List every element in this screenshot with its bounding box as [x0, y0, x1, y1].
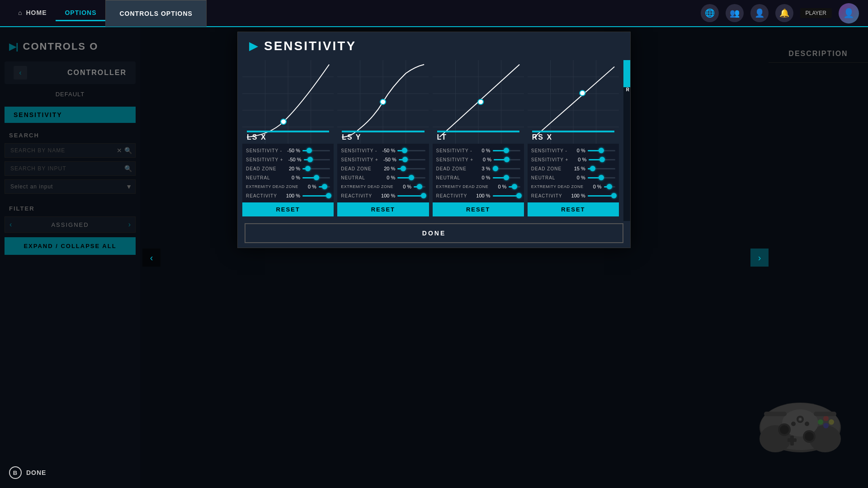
- rs-x-neutral-row: NEUTRAL 0 %: [528, 173, 619, 182]
- lt-dead-zone-value: 3 %: [475, 166, 491, 171]
- graph-rs-x-bar: [532, 131, 614, 132]
- rs-x-sens-minus-value: 0 %: [570, 148, 585, 153]
- graph-ls-y: LS Y: [337, 60, 429, 144]
- ls-y-sens-minus-label: SENSITIVITY -: [341, 148, 377, 153]
- lt-sensitivity-minus-row: SENSITIVITY - 0 %: [433, 146, 524, 155]
- modal-done-btn[interactable]: DONE: [245, 223, 623, 243]
- ls-x-extremity-row: EXTREMITY DEAD ZONE 0 %: [242, 182, 334, 191]
- profile-icon-btn[interactable]: 👤: [750, 4, 769, 22]
- rs-x-reactivity-value: 100 %: [570, 193, 585, 198]
- ls-x-neutral-slider[interactable]: [302, 174, 330, 181]
- lt-neutral-slider[interactable]: [493, 174, 520, 181]
- graph-rs-x: RS X: [528, 60, 619, 144]
- rs-x-sens-plus-value: 0 %: [571, 157, 586, 162]
- ls-x-sens-plus-value: -50 %: [286, 157, 302, 162]
- main-layout: ▶| CONTROLS O ‹ CONTROLLER DEFAULT SENSI…: [0, 27, 868, 488]
- controls-options-label: CONTROLS OPTIONS: [119, 10, 192, 17]
- ls-y-extremity-label: EXTREMITY DEAD ZONE: [341, 184, 393, 189]
- lt-dead-zone-label: DEAD ZONE: [436, 166, 472, 171]
- ls-x-dead-zone-label: DEAD ZONE: [246, 166, 282, 171]
- graph-ls-x: LS X: [242, 60, 334, 144]
- nav-arrow-right[interactable]: ›: [750, 249, 769, 267]
- ls-y-sensitivity-minus-row: SENSITIVITY - -50 %: [337, 146, 429, 155]
- ls-x-sens-minus-slider[interactable]: [302, 147, 330, 154]
- graph-ls-y-label: LS Y: [342, 133, 361, 141]
- rs-x-sens-plus-slider[interactable]: [589, 156, 615, 163]
- rs-x-neutral-slider[interactable]: [588, 174, 615, 181]
- bottom-done-section: B DONE: [9, 466, 46, 479]
- rs-x-dead-zone-label: DEAD ZONE: [531, 166, 567, 171]
- ls-y-neutral-slider[interactable]: [397, 174, 425, 181]
- ls-x-sens-minus-label: SENSITIVITY -: [246, 148, 282, 153]
- svg-point-53: [580, 90, 585, 96]
- ls-y-dead-zone-slider[interactable]: [397, 165, 425, 172]
- ls-y-neutral-row: NEUTRAL 0 %: [337, 173, 429, 182]
- rs-x-dead-zone-value: 15 %: [570, 166, 585, 171]
- rs-x-extremity-slider[interactable]: [604, 183, 615, 190]
- ls-x-sens-plus-slider[interactable]: [304, 156, 330, 163]
- ls-y-sens-plus-value: -50 %: [381, 157, 396, 162]
- reset-ls-y-btn[interactable]: RESET: [337, 202, 429, 216]
- rs-x-neutral-value: 0 %: [570, 175, 585, 180]
- ls-x-neutral-value: 0 %: [284, 175, 300, 180]
- lt-reactivity-slider[interactable]: [493, 192, 520, 199]
- svg-point-29: [281, 119, 286, 124]
- lt-dead-zone-row: DEAD ZONE 3 %: [433, 164, 524, 173]
- lt-neutral-label: NEUTRAL: [436, 175, 472, 180]
- rs-x-dead-zone-row: DEAD ZONE 15 %: [528, 164, 619, 173]
- friends-icon-btn[interactable]: 👥: [726, 4, 744, 22]
- lt-sens-plus-value: 0 %: [476, 157, 491, 162]
- options-button[interactable]: OPTIONS: [56, 5, 105, 21]
- rs-x-reactivity-row: REACTIVITY 100 %: [528, 191, 619, 200]
- ls-x-extremity-slider[interactable]: [319, 183, 330, 190]
- graph-lt-label: LT: [437, 133, 447, 141]
- reset-ls-x-btn[interactable]: RESET: [242, 202, 334, 216]
- rs-x-sens-plus-label: SENSITIVITY +: [531, 157, 569, 162]
- rs-x-sensitivity-minus-row: SENSITIVITY - 0 %: [528, 146, 619, 155]
- ls-y-extremity-row: EXTREMITY DEAD ZONE 0 %: [337, 182, 429, 191]
- reset-rs-x-btn[interactable]: RESET: [528, 202, 619, 216]
- ls-y-neutral-value: 0 %: [379, 175, 395, 180]
- graph-lt-bar: [437, 131, 519, 132]
- ls-y-neutral-label: NEUTRAL: [341, 175, 377, 180]
- ls-y-sensitivity-plus-row: SENSITIVITY + -50 %: [337, 155, 429, 164]
- reset-lt-btn[interactable]: RESET: [433, 202, 524, 216]
- ls-x-reactivity-slider[interactable]: [302, 192, 330, 199]
- avatar-icon: 👤: [843, 8, 854, 19]
- ls-y-reactivity-slider[interactable]: [397, 192, 425, 199]
- col-ls-x: LS X SENSITIVITY - -50 %: [242, 60, 334, 216]
- ls-x-extremity-label: EXTREMITY DEAD ZONE: [246, 184, 298, 189]
- ls-y-dead-zone-label: DEAD ZONE: [341, 166, 377, 171]
- ls-x-dead-zone-slider[interactable]: [302, 165, 330, 172]
- lt-extremity-slider[interactable]: [509, 183, 520, 190]
- scroll-r-label: R: [626, 87, 629, 92]
- ls-y-sens-minus-slider[interactable]: [397, 147, 425, 154]
- col-ls-y: LS Y SENSITIVITY - -50 %: [337, 60, 429, 216]
- ls-y-reactivity-row: REACTIVITY 100 %: [337, 191, 429, 200]
- controls-options-tab[interactable]: CONTROLS OPTIONS: [105, 0, 206, 27]
- rs-x-dead-zone-slider[interactable]: [588, 165, 615, 172]
- rs-x-sens-minus-label: SENSITIVITY -: [531, 148, 567, 153]
- ls-y-sens-plus-slider[interactable]: [399, 156, 425, 163]
- lt-dead-zone-slider[interactable]: [493, 165, 520, 172]
- nav-arrow-left[interactable]: ‹: [142, 249, 160, 267]
- ls-x-extremity-value: 0 %: [301, 184, 316, 189]
- lt-neutral-value: 0 %: [475, 175, 491, 180]
- scroll-bar[interactable]: R: [623, 60, 630, 221]
- lt-sens-minus-slider[interactable]: [493, 147, 520, 154]
- b-button[interactable]: B: [9, 466, 22, 479]
- rs-x-reactivity-slider[interactable]: [588, 192, 615, 199]
- ls-x-dead-zone-row: DEAD ZONE 20 %: [242, 164, 334, 173]
- rs-x-sens-minus-slider[interactable]: [588, 147, 615, 154]
- lt-sens-plus-slider[interactable]: [494, 156, 520, 163]
- col-rs-x: RS X SENSITIVITY - 0 %: [528, 60, 619, 216]
- avatar[interactable]: 👤: [839, 3, 859, 23]
- ls-x-sens-plus-label: SENSITIVITY +: [246, 157, 283, 162]
- scroll-thumb[interactable]: [623, 60, 630, 87]
- ls-y-extremity-slider[interactable]: [414, 183, 425, 190]
- globe-icon-btn[interactable]: 🌐: [701, 4, 719, 22]
- notification-icon-btn[interactable]: 🔔: [775, 4, 793, 22]
- home-button[interactable]: ⌂ HOME: [9, 5, 56, 21]
- ls-y-dead-zone-row: DEAD ZONE 20 %: [337, 164, 429, 173]
- graph-lt: LT: [433, 60, 524, 144]
